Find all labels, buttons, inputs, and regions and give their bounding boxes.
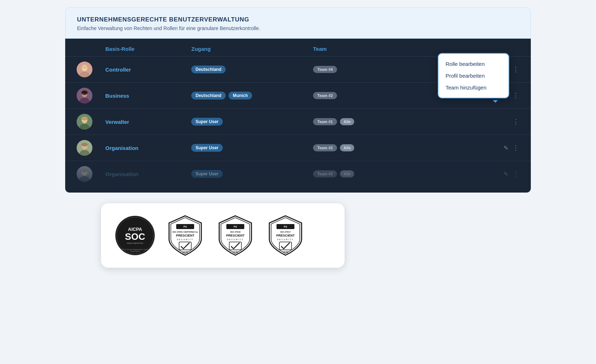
iso27017-badge: PS ISO 27017 PRESCIENT SECURITY verify <box>266 214 305 257</box>
access-badges: Deutschland Munich <box>191 92 313 100</box>
table-row: Organisation Super User Team #3 Alle ✎ ⋮ <box>65 161 531 187</box>
badge-munich: Munich <box>229 92 252 100</box>
badge-deutschland: Deutschland <box>191 65 226 73</box>
table-row: Controller Deutschland Team #4 ⋮ Rolle b… <box>65 57 531 83</box>
svg-text:PS: PS <box>284 225 287 228</box>
edit-icon[interactable]: ✎ <box>504 171 508 178</box>
menu-item-add-team[interactable]: Team hinzufügen <box>446 82 501 93</box>
iso27001-badge: PS ISO 27001 CERTIFIED by PRESCIENT SECU… <box>165 214 205 257</box>
team-badges: Team #3 Alle <box>313 170 420 178</box>
access-badges: Super User <box>191 118 313 126</box>
role-name: Verwalter <box>105 119 191 125</box>
badge-superuser: Super User <box>191 144 223 152</box>
avatar <box>77 114 92 130</box>
svg-point-8 <box>82 91 87 93</box>
avatar <box>77 88 92 103</box>
more-dots-icon[interactable]: ⋮ <box>513 118 519 126</box>
col-team-header: Team <box>313 46 420 52</box>
table-row: Verwalter Super User Team #1 Alle ⋮ <box>65 109 531 135</box>
header-section: UNTERNEHMENSGERECHTE BENUTZERVERWALTUNG … <box>65 7 531 39</box>
svg-text:PS: PS <box>234 225 237 228</box>
iso27018-badge: PS ISO 27018 PRESCIENT SECURITY verify <box>216 214 255 257</box>
badge-alle: Alle <box>340 144 354 151</box>
page-subtitle: Einfache Verwaltung von Rechten und Roll… <box>77 25 519 31</box>
access-badges: Super User <box>191 170 313 178</box>
menu-item-edit-role[interactable]: Rolle bearbeiten <box>446 58 501 70</box>
badge-team: Team #3 <box>313 170 337 178</box>
svg-point-20 <box>81 169 88 173</box>
svg-text:SECURITY: SECURITY <box>277 238 294 241</box>
svg-text:SECURITY: SECURITY <box>177 238 193 241</box>
svg-text:PRESCIENT: PRESCIENT <box>176 234 194 237</box>
svg-text:ISO 27018: ISO 27018 <box>230 231 241 233</box>
svg-text:ISO 27001 CERTIFIED by: ISO 27001 CERTIFIED by <box>173 231 198 233</box>
badge-alle: Alle <box>340 170 354 178</box>
access-badges: Super User <box>191 144 313 152</box>
access-badges: Deutschland <box>191 65 313 73</box>
col-role-header: Basis-Rolle <box>105 46 191 52</box>
shield-svg: PS ISO 27018 PRESCIENT SECURITY verify <box>216 214 255 257</box>
svg-text:SECURITY: SECURITY <box>227 238 244 241</box>
team-badges: Team #2 <box>313 92 420 99</box>
svg-point-16 <box>81 143 88 146</box>
badge-superuser: Super User <box>191 118 223 126</box>
page-title: UNTERNEHMENSGERECHTE BENUTZERVERWALTUNG <box>77 16 519 23</box>
avatar <box>77 166 92 182</box>
aicpa-logo: AICPA SOC aicpa.org/soc4so SOC for Servi… <box>115 216 155 255</box>
team-badges: Team #1 Alle <box>313 118 420 125</box>
avatar <box>77 62 92 77</box>
certification-section: AICPA SOC aicpa.org/soc4so SOC for Servi… <box>101 203 345 268</box>
col-avatar-header <box>77 46 105 52</box>
action-icons: ✎ ⋮ <box>420 144 519 152</box>
svg-text:verify: verify <box>283 251 289 253</box>
svg-text:ISO 27017: ISO 27017 <box>280 231 291 233</box>
badge-deutschland: Deutschland <box>191 92 226 100</box>
role-name: Business <box>105 93 191 99</box>
svg-text:PRESCIENT: PRESCIENT <box>226 234 245 237</box>
shield-svg: PS ISO 27001 CERTIFIED by PRESCIENT SECU… <box>165 214 205 257</box>
more-dots-icon[interactable]: ⋮ <box>513 65 519 73</box>
svg-text:verify: verify <box>182 251 188 253</box>
shield-svg: PS ISO 27017 PRESCIENT SECURITY verify <box>266 214 305 257</box>
more-dots-icon[interactable]: ⋮ <box>513 144 519 152</box>
svg-point-12 <box>81 117 88 120</box>
table-section: Basis-Rolle Zugang Team Controller Deuts… <box>65 39 531 193</box>
col-actions-header <box>420 46 519 52</box>
role-name: Organisation <box>105 145 191 151</box>
col-access-header: Zugang <box>191 46 313 52</box>
svg-point-3 <box>81 65 88 69</box>
svg-text:PS: PS <box>183 225 187 228</box>
more-dots-icon[interactable]: ⋮ <box>513 170 519 178</box>
team-badges: Team #2 Alle <box>313 144 420 151</box>
role-name: Organisation <box>105 171 191 177</box>
action-icons: ⋮ <box>420 118 519 126</box>
svg-text:PRESCIENT: PRESCIENT <box>276 234 295 237</box>
table-row: Organisation Super User Team #2 Alle ✎ ⋮ <box>65 135 531 161</box>
action-icons: ✎ ⋮ <box>420 170 519 178</box>
more-dots-icon[interactable]: ⋮ <box>513 92 519 100</box>
badge-team: Team #2 <box>313 144 337 151</box>
badge-team: Team #2 <box>313 92 337 99</box>
avatar <box>77 140 92 156</box>
role-name: Controller <box>105 67 191 73</box>
svg-text:verify: verify <box>232 251 239 253</box>
edit-icon[interactable]: ✎ <box>504 145 508 151</box>
badge-team: Team #4 <box>313 66 337 73</box>
context-menu: Rolle bearbeiten Profil bearbeiten Team … <box>438 53 509 98</box>
menu-item-edit-profile[interactable]: Profil bearbeiten <box>446 70 501 82</box>
main-wrapper: UNTERNEHMENSGERECHTE BENUTZERVERWALTUNG … <box>65 7 531 268</box>
badge-alle: Alle <box>340 118 354 125</box>
team-badges: Team #4 <box>313 66 420 73</box>
badge-team: Team #1 <box>313 118 337 125</box>
aicpa-badge: AICPA SOC aicpa.org/soc4so SOC for Servi… <box>115 216 155 255</box>
badge-superuser: Super User <box>191 170 223 178</box>
